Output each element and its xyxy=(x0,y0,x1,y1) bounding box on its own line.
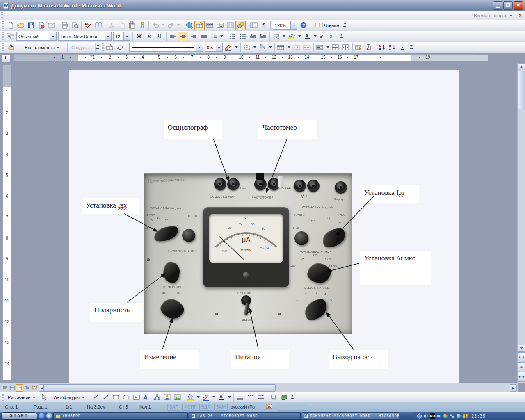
autoformat-button[interactable] xyxy=(354,43,364,52)
caret-icon[interactable] xyxy=(268,43,273,52)
autosum-button[interactable]: Σ xyxy=(398,43,408,52)
caret-icon[interactable] xyxy=(252,43,258,52)
picture-button[interactable] xyxy=(172,393,183,402)
mail-button[interactable] xyxy=(46,21,57,30)
reading-view-button[interactable] xyxy=(31,384,38,392)
align-left-button[interactable] xyxy=(168,32,178,41)
superscript-button[interactable]: x² xyxy=(318,32,328,41)
previous-page-icon[interactable]: ▲▲ xyxy=(518,352,525,362)
insert-table-button[interactable] xyxy=(276,43,286,52)
wordart-button[interactable]: А xyxy=(142,393,152,402)
line-color-button[interactable] xyxy=(201,393,211,402)
arrow-style-button[interactable] xyxy=(256,393,266,402)
tray-updates-icon[interactable] xyxy=(463,413,468,419)
eraser-button[interactable] xyxy=(115,43,126,52)
tray-ru-indicator-2[interactable]: Ru xyxy=(436,413,442,419)
sort-asc-button[interactable]: АЯ xyxy=(377,43,388,52)
text-direction-button[interactable] xyxy=(364,43,374,52)
dash-style-button[interactable] xyxy=(245,393,256,402)
insert-table-button[interactable] xyxy=(205,21,215,30)
font-color-button[interactable]: А xyxy=(217,393,227,402)
tables-borders-button[interactable] xyxy=(194,21,205,30)
outline-view-button[interactable] xyxy=(23,384,31,392)
status-extend-toggle[interactable]: ВДЛ xyxy=(199,404,212,411)
textbox-button[interactable]: А xyxy=(131,393,142,402)
caret-icon[interactable] xyxy=(219,32,224,41)
toolbar-options-icon[interactable] xyxy=(290,393,295,402)
caret-icon[interactable] xyxy=(297,32,302,41)
line-style-button[interactable] xyxy=(235,393,245,402)
minimize-button[interactable]: ▁ xyxy=(493,1,502,10)
tray-antivirus-icon[interactable] xyxy=(443,413,448,419)
outdent-button[interactable] xyxy=(248,32,258,41)
pilcrow-button[interactable]: ¶ xyxy=(259,21,269,30)
font-color-button[interactable]: А xyxy=(302,32,313,41)
sort-desc-button[interactable]: ЯА xyxy=(388,43,398,52)
shadow-button[interactable] xyxy=(269,393,279,402)
all-elements-dropdown[interactable]: Все элементы xyxy=(18,43,66,52)
bullets-button[interactable] xyxy=(237,32,248,41)
new-document-button[interactable] xyxy=(5,21,16,30)
callout-polarity[interactable]: Полярность xyxy=(90,303,143,322)
toolbar-grip[interactable] xyxy=(102,43,104,51)
zoom-combo[interactable]: 120% xyxy=(273,21,297,30)
callout-measurement[interactable]: Измерение xyxy=(140,350,199,369)
autoshapes-menu-button[interactable]: Автофигуры xyxy=(51,393,87,402)
caret-icon[interactable] xyxy=(313,32,318,41)
line-spacing-button[interactable] xyxy=(209,32,219,41)
highlight-button[interactable]: аб xyxy=(287,32,297,41)
callout-set-dt[interactable]: Установка Δt мкс xyxy=(360,251,431,285)
bold-ru-button[interactable]: Ж xyxy=(134,32,144,41)
caret-icon[interactable] xyxy=(325,43,331,52)
font-size-dropdown-icon[interactable] xyxy=(123,32,130,40)
read-mode-button[interactable]: Чтение xyxy=(311,21,342,30)
fill-color-button[interactable] xyxy=(185,393,196,402)
normal-view-button[interactable] xyxy=(1,384,9,392)
font-dropdown-icon[interactable] xyxy=(105,32,111,40)
select-browse-object-icon[interactable]: ● xyxy=(518,362,525,372)
line-weight-dropdown-icon[interactable] xyxy=(216,43,222,51)
toolbar-options-icon[interactable] xyxy=(342,21,347,30)
horizontal-ruler[interactable]: 1123456789101112131415161719 xyxy=(14,54,476,61)
open-folder-button[interactable] xyxy=(16,21,26,30)
vertical-scroll-thumb[interactable] xyxy=(518,71,525,109)
callout-oscillograph[interactable]: Осциллограф xyxy=(164,120,222,139)
arrow-button[interactable] xyxy=(100,393,111,402)
caret-icon[interactable] xyxy=(196,393,201,402)
callout-frequency[interactable]: Частотомер xyxy=(258,120,317,139)
taskbar-button-lab20[interactable]: W LAB_20 - MICROSOFT WORD xyxy=(189,412,301,420)
caret-icon[interactable] xyxy=(281,32,287,41)
spelling-status-icon[interactable] xyxy=(266,404,273,411)
horizontal-scroll-thumb[interactable] xyxy=(43,384,276,392)
tray-messenger-icon[interactable] xyxy=(456,413,461,419)
numbering-button[interactable]: 123 xyxy=(227,32,237,41)
permission-button[interactable] xyxy=(36,21,46,30)
toolbar-options-icon[interactable] xyxy=(339,32,344,41)
research-button[interactable] xyxy=(93,21,103,30)
toolbar-grip[interactable] xyxy=(1,12,3,18)
status-overtype-toggle[interactable]: ЗАМ xyxy=(214,404,228,411)
borders-button[interactable] xyxy=(271,32,281,41)
scroll-up-icon[interactable]: ▲ xyxy=(518,63,525,70)
select-arrow-button[interactable] xyxy=(38,393,48,402)
style-dropdown-icon[interactable] xyxy=(50,32,56,40)
save-button[interactable] xyxy=(26,21,36,30)
ask-question-box[interactable]: Введите вопрос xyxy=(474,13,507,18)
next-page-icon[interactable]: ▼▼ xyxy=(518,372,525,382)
internet-explorer-icon[interactable]: e xyxy=(46,413,52,419)
callout-power[interactable]: Питание xyxy=(231,350,289,369)
line-style-dropdown-icon[interactable] xyxy=(196,43,203,51)
document-page[interactable]: Преобразователь ОБЩ. ОСЦИЛЛОГРАФ ОБЩ. ЧА… xyxy=(69,70,459,383)
start-button[interactable]: START xyxy=(1,412,37,420)
scroll-down-icon[interactable]: ▼ xyxy=(518,345,525,352)
caret-icon[interactable] xyxy=(227,393,232,402)
vertical-ruler[interactable]: 1234567891011121314 xyxy=(2,65,11,381)
callout-set-iet[interactable]: Установка Iэт xyxy=(360,185,419,203)
clipart-button[interactable] xyxy=(162,393,172,402)
justify-button[interactable] xyxy=(199,32,209,41)
threed-button[interactable] xyxy=(279,393,289,402)
tab-selector[interactable]: L xyxy=(2,54,10,62)
line-style-combo[interactable] xyxy=(129,43,203,52)
scroll-right-icon[interactable]: ▶ xyxy=(510,384,517,392)
excel-table-button[interactable]: X xyxy=(215,21,225,30)
